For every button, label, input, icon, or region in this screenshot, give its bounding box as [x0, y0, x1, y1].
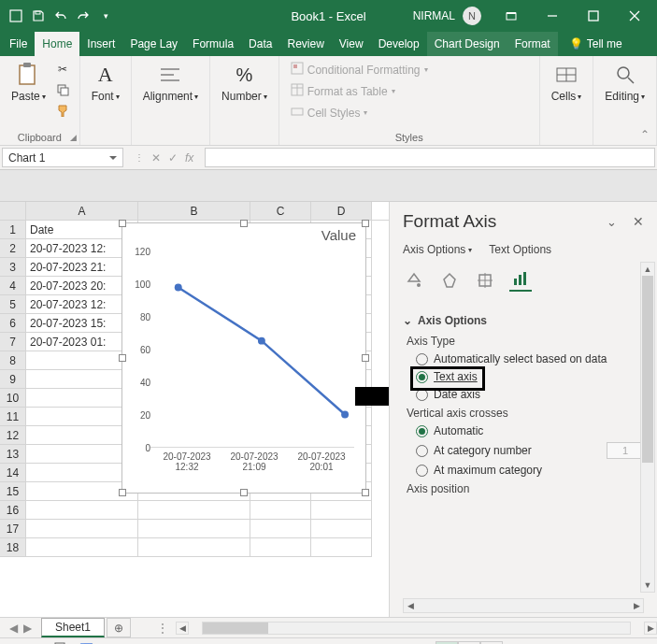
formula-input[interactable] — [205, 148, 655, 167]
cell[interactable] — [250, 538, 311, 557]
name-box[interactable]: Chart 1 — [2, 148, 123, 167]
row-header[interactable]: 2 — [0, 239, 26, 258]
undo-icon[interactable] — [52, 7, 69, 24]
fx-icon[interactable]: fx — [185, 151, 193, 165]
new-sheet-button[interactable]: ⊕ — [107, 618, 131, 637]
font-button[interactable]: A Font ▾ — [88, 60, 123, 105]
cell[interactable] — [138, 501, 250, 520]
minimize-icon[interactable] — [534, 2, 571, 30]
row-header[interactable]: 17 — [0, 520, 26, 538]
alignment-button[interactable]: Alignment ▾ — [139, 60, 202, 105]
cell[interactable] — [311, 501, 372, 520]
resize-handle[interactable] — [119, 354, 126, 362]
horizontal-scrollbar[interactable]: ⋮ ◀ ▶ — [150, 618, 657, 637]
embedded-chart[interactable]: Value 020406080100120 20-07-202312:32 20… — [121, 222, 366, 494]
row-header[interactable]: 13 — [0, 445, 26, 464]
tab-chart-design[interactable]: Chart Design — [427, 32, 507, 56]
resize-handle[interactable] — [119, 220, 126, 227]
chart-x-axis[interactable]: 20-07-202312:32 20-07-202321:09 20-07-20… — [154, 451, 354, 485]
row-header[interactable]: 6 — [0, 314, 26, 333]
row-header[interactable]: 14 — [0, 464, 26, 482]
radio-crosses-max[interactable]: At maximum category — [416, 464, 644, 477]
tab-developer[interactable]: Develop — [371, 32, 427, 56]
scroll-thumb[interactable] — [203, 623, 268, 634]
fill-line-icon[interactable] — [403, 269, 425, 292]
cell[interactable] — [26, 520, 138, 538]
cut-icon[interactable]: ✂ — [53, 60, 72, 79]
radio-crosses-auto[interactable]: Automatic — [416, 424, 644, 437]
cell[interactable] — [311, 538, 372, 557]
category-number-input[interactable] — [607, 442, 644, 459]
pane-vertical-scrollbar[interactable]: ▲ ▼ — [640, 262, 655, 593]
resize-handle[interactable] — [362, 489, 369, 496]
chart-y-axis[interactable]: 020406080100120 — [128, 251, 152, 448]
scroll-right-icon[interactable]: ▶ — [630, 599, 643, 612]
maximize-icon[interactable] — [575, 2, 612, 30]
row-header[interactable]: 7 — [0, 333, 26, 351]
tab-formulas[interactable]: Formula — [185, 32, 241, 56]
cell[interactable] — [26, 538, 138, 557]
cell[interactable] — [138, 538, 250, 557]
cancel-formula-icon[interactable]: ✕ — [151, 151, 161, 165]
row-header[interactable]: 10 — [0, 389, 26, 408]
cell[interactable] — [138, 520, 250, 538]
col-header-d[interactable]: D — [311, 202, 372, 220]
cell[interactable] — [311, 520, 372, 538]
radio-date-axis[interactable]: Date axis — [416, 388, 644, 401]
row-header[interactable]: 3 — [0, 258, 26, 277]
view-page-layout-icon[interactable] — [458, 641, 480, 645]
scroll-thumb[interactable] — [642, 276, 653, 463]
col-header-a[interactable]: A — [26, 202, 138, 220]
resize-handle[interactable] — [119, 489, 126, 496]
qat-dropdown-icon[interactable]: ▾ — [97, 7, 114, 24]
save-icon[interactable] — [30, 7, 47, 24]
ribbon-display-icon[interactable] — [493, 2, 530, 30]
scroll-right-icon[interactable]: ▶ — [644, 622, 657, 635]
pane-tab-text-options[interactable]: Text Options — [489, 243, 551, 256]
user-avatar[interactable]: N — [463, 7, 481, 25]
radio-auto-axis[interactable]: Automatically select based on data — [416, 352, 644, 365]
resize-handle[interactable] — [362, 354, 369, 362]
number-button[interactable]: % Number ▾ — [218, 60, 271, 105]
row-header[interactable]: 5 — [0, 295, 26, 314]
tell-me-search[interactable]: 💡 Tell me — [564, 32, 628, 56]
autosave-toggle[interactable] — [7, 7, 24, 24]
resize-handle[interactable] — [240, 489, 248, 496]
tab-home[interactable]: Home — [35, 32, 79, 56]
paste-button[interactable]: Paste ▾ — [7, 60, 50, 105]
scroll-down-icon[interactable]: ▼ — [641, 579, 654, 592]
user-name[interactable]: NIRMAL — [413, 9, 455, 22]
tab-data[interactable]: Data — [241, 32, 279, 56]
axis-options-icon[interactable] — [509, 269, 532, 292]
tab-format[interactable]: Format — [507, 32, 558, 56]
pane-options-icon[interactable]: ⌄ — [607, 215, 617, 229]
tab-page-layout[interactable]: Page Lay — [122, 32, 185, 56]
chart-plot-area[interactable] — [150, 251, 354, 448]
tab-file[interactable]: File — [2, 32, 35, 56]
tab-insert[interactable]: Insert — [79, 32, 122, 56]
select-all-corner[interactable] — [0, 202, 26, 220]
view-normal-icon[interactable] — [436, 641, 458, 645]
scroll-left-icon[interactable]: ◀ — [176, 622, 189, 635]
conditional-formatting-button[interactable]: Conditional Formatting ▾ — [287, 60, 432, 79]
row-header[interactable]: 16 — [0, 501, 26, 520]
close-icon[interactable] — [616, 2, 653, 30]
scroll-up-icon[interactable]: ▲ — [641, 263, 654, 276]
row-header[interactable]: 11 — [0, 408, 26, 426]
format-painter-icon[interactable] — [53, 101, 72, 120]
tab-split-handle[interactable]: ⋮ — [157, 622, 168, 635]
resize-handle[interactable] — [240, 220, 248, 227]
pane-close-icon[interactable]: ✕ — [633, 214, 644, 229]
resize-handle[interactable] — [362, 220, 369, 227]
collapse-ribbon-icon[interactable]: ⌃ — [640, 128, 650, 141]
scroll-left-icon[interactable]: ◀ — [404, 599, 417, 612]
row-header[interactable]: 4 — [0, 277, 26, 295]
editing-button[interactable]: Editing ▾ — [601, 60, 649, 105]
row-header[interactable]: 1 — [0, 221, 26, 239]
tab-nav-next-icon[interactable]: ▶ — [23, 622, 32, 635]
row-header[interactable]: 12 — [0, 426, 26, 445]
redo-icon[interactable] — [75, 7, 92, 24]
effects-icon[interactable] — [438, 269, 461, 292]
cells-button[interactable]: Cells ▾ — [548, 60, 586, 105]
enter-formula-icon[interactable]: ✓ — [168, 151, 178, 165]
